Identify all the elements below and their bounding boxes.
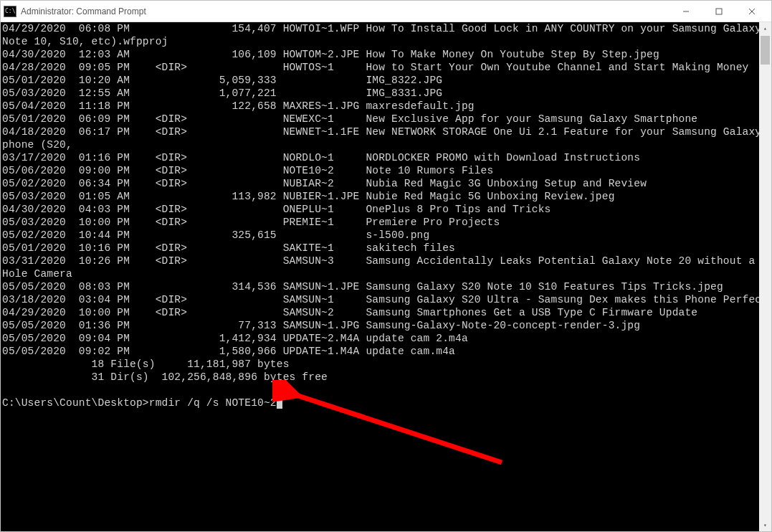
text-cursor xyxy=(277,397,282,409)
window-controls xyxy=(669,1,768,22)
window-title: Administrator: Command Prompt xyxy=(21,6,669,16)
scroll-down-button[interactable]: ▾ xyxy=(759,519,771,531)
scrollbar-thumb[interactable] xyxy=(761,36,770,65)
minimize-button[interactable] xyxy=(669,1,702,22)
scrollbar[interactable]: ▴ ▾ xyxy=(759,22,771,531)
cmd-icon: C:\ xyxy=(4,6,16,17)
command-prompt-window: C:\ Administrator: Command Prompt 04/29/… xyxy=(0,0,772,532)
titlebar[interactable]: C:\ Administrator: Command Prompt xyxy=(1,1,771,22)
close-button[interactable] xyxy=(735,1,768,22)
terminal-output[interactable]: 04/29/2020 06:08 PM 154,407 HOWTOI~1.WFP… xyxy=(1,22,759,531)
scroll-up-button[interactable]: ▴ xyxy=(759,22,771,34)
svg-rect-1 xyxy=(716,9,722,14)
scrollbar-track[interactable] xyxy=(759,34,771,519)
maximize-button[interactable] xyxy=(702,1,735,22)
